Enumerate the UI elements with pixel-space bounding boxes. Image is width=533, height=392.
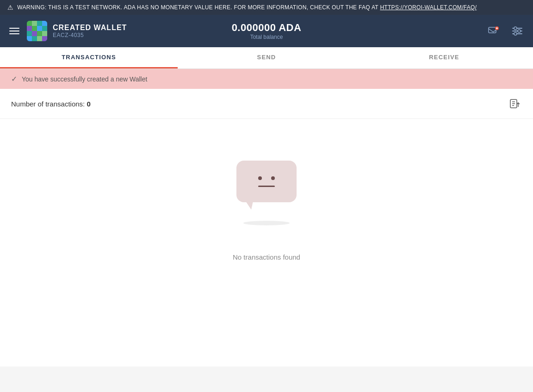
wallet-name: CREATED WALLET (53, 24, 127, 32)
warning-banner: ⚠ WARNING: THIS IS A TEST NETWORK. ADA H… (0, 0, 533, 15)
notification-icon[interactable] (485, 23, 502, 39)
hamburger-menu-icon[interactable] (7, 26, 21, 36)
speech-bubble (236, 161, 297, 202)
svg-rect-0 (489, 27, 496, 33)
bubble-eye-right (271, 176, 275, 180)
empty-state: No transactions found (0, 119, 533, 280)
warning-icon: ⚠ (7, 4, 13, 11)
header-left: CREATED WALLET EACZ-4035 (7, 21, 180, 41)
wallet-info: CREATED WALLET EACZ-4035 (53, 24, 127, 38)
svg-point-8 (518, 30, 521, 32)
bubble-eyes (258, 176, 275, 180)
wallet-avatar (27, 21, 47, 41)
header: CREATED WALLET EACZ-4035 0.000000 ADA To… (0, 15, 533, 47)
export-button[interactable] (507, 96, 522, 111)
content-area: Number of transactions: 0 (0, 89, 533, 367)
tabs-bar: TRANSACTIONS SEND RECEIVE (0, 47, 533, 69)
transactions-header-row: Number of transactions: 0 (0, 89, 533, 119)
success-banner: ✓ You have successfully created a new Wa… (0, 69, 533, 89)
tab-send[interactable]: SEND (178, 47, 355, 68)
shadow-ellipse (243, 221, 290, 225)
tx-count-text: Number of transactions: 0 (11, 100, 91, 108)
success-message: You have successfully created a new Wall… (22, 75, 147, 83)
tab-transactions[interactable]: TRANSACTIONS (0, 47, 178, 68)
svg-point-9 (514, 32, 517, 35)
header-right (353, 23, 526, 39)
warning-text: WARNING: THIS IS A TEST NETWORK. ADA HAS… (17, 4, 477, 11)
balance-label: Total balance (250, 34, 283, 40)
balance-amount: 0.000000 ADA (232, 22, 302, 34)
bubble-eye-left (258, 176, 262, 180)
header-center: 0.000000 ADA Total balance (180, 22, 353, 40)
svg-point-7 (514, 27, 517, 30)
bubble-mouth (258, 186, 275, 187)
success-check-icon: ✓ (11, 75, 17, 83)
faq-link[interactable]: HTTPS://YOROI-WALLET.COM/FAQ/ (380, 4, 477, 11)
tx-count-number: 0 (87, 100, 90, 108)
tab-receive[interactable]: RECEIVE (355, 47, 533, 68)
settings-icon[interactable] (509, 23, 526, 39)
wallet-id: EACZ-4035 (53, 32, 127, 38)
empty-illustration (229, 156, 304, 230)
empty-transactions-text: No transactions found (233, 253, 300, 261)
